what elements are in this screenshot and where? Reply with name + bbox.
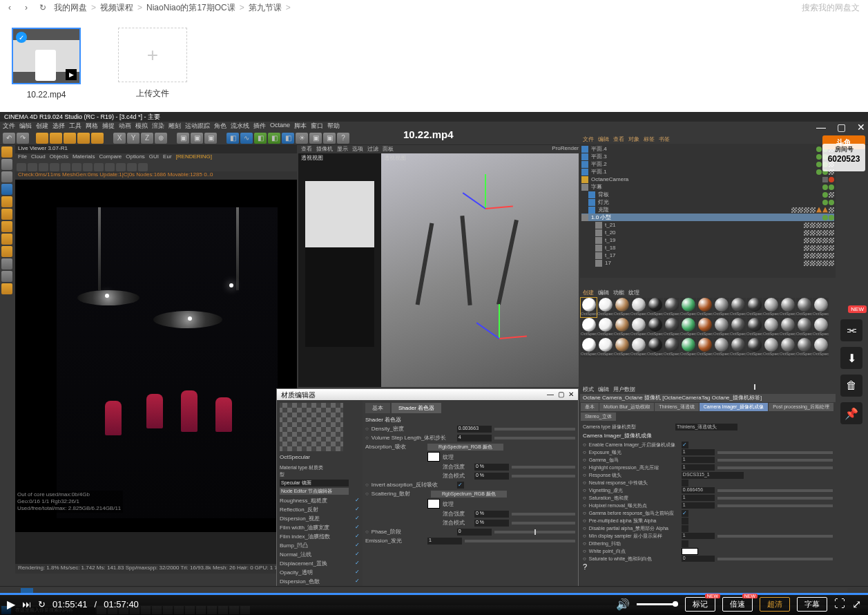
menu-octane[interactable]: Octane [270,122,290,131]
move-gizmo-icon[interactable] [478,297,519,339]
mark-button[interactable]: 标记NEW [685,597,715,612]
tool-axis-icon[interactable] [1,171,12,182]
toolbar-cube-icon[interactable]: ◧ [226,133,239,144]
toolbar-instance-icon[interactable]: ◧ [268,133,280,144]
tool-selection-icon[interactable] [1,146,12,158]
check-icon[interactable]: ✓ [355,560,360,567]
material-swatch[interactable]: OctSpec [614,338,630,357]
tool-poly-icon[interactable] [1,209,12,220]
tool-a-icon[interactable] [1,271,12,282]
tree-row[interactable]: 1.0 小型 [581,214,834,221]
material-swatch[interactable]: OctSpec [730,298,746,317]
menu-help[interactable]: 帮助 [327,122,340,131]
toolbar-redo-icon[interactable]: ↷ [17,133,29,144]
material-swatch[interactable]: OctSpec [713,318,729,337]
tree-row[interactable]: 平面.4 [581,145,834,153]
absorption-rgb-button[interactable]: RgbSpectrum_RGB 颜色 [427,444,503,451]
prop-disp[interactable]: Dispersion_色散 [280,578,320,585]
prop-filmi[interactable]: Film index_油膜指数 [280,533,330,540]
hotpixel-slider[interactable] [717,504,833,507]
gamma-field[interactable]: 1 [682,457,715,463]
prop-roughness[interactable]: Roughness_粗糙度 [280,497,327,504]
upload-plus-icon[interactable]: + [118,28,187,82]
tree-row[interactable]: 克隆 [581,206,834,214]
material-swatch[interactable]: OctSpec [746,338,762,357]
vp-menu-panel[interactable]: 面板 [383,145,394,153]
min-icon[interactable]: — [816,122,826,133]
material-swatch[interactable]: OctSpec [746,318,762,337]
material-swatch[interactable]: OctSpec [680,298,696,317]
enable-imager-checkbox[interactable]: ✓ [682,442,688,448]
toolbar-world-icon[interactable]: ⊕ [155,133,167,144]
dialog-close-icon[interactable]: ✕ [568,390,574,399]
neutral-checkbox[interactable] [682,480,688,486]
upload-item[interactable]: + 上传文件 [112,28,193,100]
fullscreen-icon[interactable]: ⤢ [852,598,861,611]
nav-forward-icon[interactable]: › [21,2,32,13]
gammabefore-checkbox[interactable]: ✓ [682,510,688,517]
material-grid[interactable]: OctSpecOctSpecOctSpecOctSpecOctSpecOctSp… [580,297,836,358]
density-field[interactable]: 0.003663 [457,426,492,433]
mindisplay-field[interactable]: 1 [682,533,715,539]
vp-menu-cam[interactable]: 摄像机 [316,145,333,153]
quality-button[interactable]: 超清 [760,597,790,612]
menu-mesh[interactable]: 网格 [86,122,98,131]
toolbar-light-icon[interactable]: ▣ [323,133,336,144]
material-swatch[interactable]: OctSpec [597,338,613,357]
saturate-white-slider[interactable] [717,558,833,560]
check-icon[interactable]: ✓ [355,542,360,549]
toolbar-spline-icon[interactable]: ∿ [240,133,253,144]
scattering-rgb-button[interactable]: RgbSpectrum_RGB 颜色 [431,491,507,498]
material-swatch[interactable]: OctSpec [630,338,646,357]
check-icon[interactable]: ✓ [355,506,360,513]
blend2-field[interactable]: 0 % [474,520,509,527]
dialog-max-icon[interactable]: ▢ [558,390,564,399]
vignetting-field[interactable]: 0.686456 [682,487,715,493]
material-preview[interactable] [280,403,343,451]
toolbar-rotate-icon[interactable] [77,133,90,144]
nav-back-icon[interactable]: ‹ [4,2,15,13]
menu-anim[interactable]: 动画 [119,122,131,131]
lv-pause-icon[interactable] [28,163,37,171]
obj-menu-bm[interactable]: 书签 [659,135,670,144]
material-swatch[interactable]: OctSpec [697,298,713,317]
menu-file[interactable]: 文件 [3,122,15,131]
emission-slider[interactable] [465,540,575,542]
crumb-2[interactable]: NiaoNiao的第17期OC课 [146,2,235,14]
matmgr-tex[interactable]: 纹理 [628,289,639,297]
blend-slider[interactable] [512,475,575,477]
obj-menu[interactable]: 文件 编辑 查看 对象 标签 书签 [580,135,836,144]
subtitle-button[interactable]: 字幕 [797,597,827,612]
prop-normal[interactable]: Normal_法线 [280,551,311,558]
viewport-right[interactable]: 透视视图 [381,153,579,387]
tree-row[interactable]: t_17 [581,252,834,259]
material-swatch[interactable]: OctSpec [746,298,762,317]
attr-tab-imager[interactable]: Camera Imager_摄像机成像 [700,403,769,411]
menu-snap[interactable]: 捕捉 [102,122,115,131]
lv-lock-icon[interactable] [61,163,70,171]
tool-uv-icon[interactable] [1,221,12,232]
menu-track[interactable]: 运动跟踪 [185,122,210,131]
tree-row[interactable]: 灯光 [581,198,834,206]
volume-icon[interactable]: 🔊 [616,598,630,611]
speed-button[interactable]: 倍速NEW [722,597,753,612]
tool-b-icon[interactable] [1,283,12,294]
lv-pin-icon[interactable] [116,163,126,171]
scattering-color-swatch[interactable] [427,499,440,509]
menu-render[interactable]: 渲染 [152,122,164,131]
material-editor-dialog[interactable]: 材质编辑器 — ▢ ✕ OctSpecular Material type 材质… [276,388,579,603]
volume-slider[interactable] [637,603,678,605]
lv-menu-options[interactable]: Options [126,153,145,162]
toolbar-undo-icon[interactable]: ↶ [3,133,15,144]
delete-icon[interactable]: 🗑 [840,375,862,397]
toolbar-renderset-icon[interactable]: ▣ [191,133,203,144]
material-swatch[interactable]: OctSpec [763,298,779,317]
material-swatch[interactable]: OctSpec [647,318,663,337]
mix-field[interactable]: 0 % [474,464,509,471]
toolbar-y-icon[interactable]: Y [127,133,139,144]
prop-filmw[interactable]: Film width_油膜宽度 [280,524,329,531]
tool-workplane-icon[interactable] [1,246,12,257]
prop-dispersion[interactable]: Dispersion_视差 [280,515,320,522]
matmgr-edit[interactable]: 编辑 [598,289,609,297]
lv-clay-icon[interactable] [83,163,93,171]
